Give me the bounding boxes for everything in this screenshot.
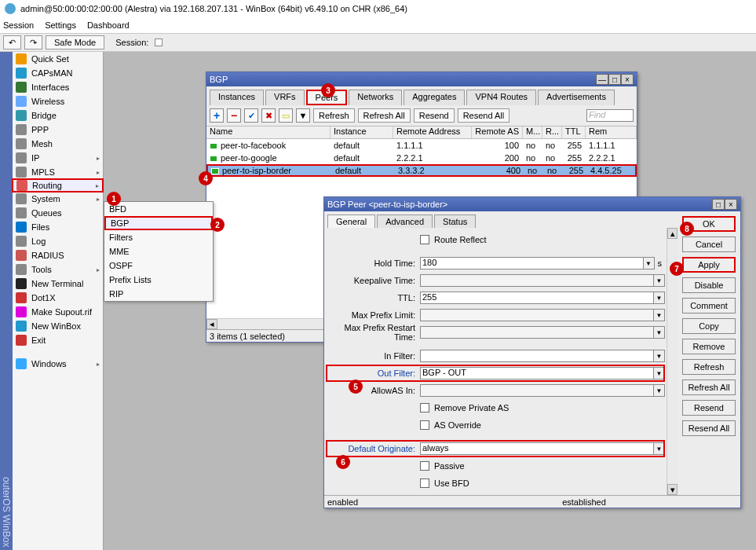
- sidebar-item-radius[interactable]: RADIUS: [13, 248, 103, 262]
- submenu-item-bfd[interactable]: BFD: [104, 202, 213, 216]
- col-remote-addr[interactable]: Remote Address: [393, 126, 472, 138]
- disable-button[interactable]: Disable: [682, 277, 736, 293]
- max-prefix-drop[interactable]: ▼: [654, 309, 665, 321]
- bgp-window-titlebar[interactable]: BGP — □ ×: [206, 72, 637, 86]
- resend-button[interactable]: Resend: [414, 108, 455, 123]
- tab-status[interactable]: Status: [434, 214, 476, 228]
- sidebar-item-dot1x[interactable]: Dot1X: [13, 291, 103, 305]
- redo-button[interactable]: ↷: [24, 35, 42, 50]
- tab-advertisements[interactable]: Advertisements: [538, 90, 615, 105]
- sidebar-item-ip[interactable]: IP▸: [13, 151, 103, 165]
- sidebar-item-ppp[interactable]: PPP: [13, 123, 103, 137]
- allowas-drop[interactable]: ▼: [654, 384, 665, 397]
- submenu-item-prefix lists[interactable]: Prefix Lists: [104, 273, 213, 287]
- tab-vrfs[interactable]: VRFs: [265, 90, 305, 105]
- sidebar-item-quick-set[interactable]: Quick Set: [13, 52, 103, 66]
- sidebar-item-bridge[interactable]: Bridge: [13, 108, 103, 123]
- find-input[interactable]: Find: [586, 109, 634, 122]
- sidebar-item-wireless[interactable]: Wireless: [13, 94, 103, 108]
- in-filter-drop[interactable]: ▼: [654, 350, 665, 362]
- max-prefix-input[interactable]: [420, 309, 654, 321]
- tab-advanced[interactable]: Advanced: [377, 214, 433, 228]
- submenu-item-filters[interactable]: Filters: [104, 230, 213, 244]
- apply-button[interactable]: Apply: [682, 257, 736, 273]
- as-override-checkbox[interactable]: [420, 420, 429, 430]
- sidebar-item-capsman[interactable]: CAPsMAN: [13, 66, 103, 80]
- disable-button[interactable]: ✖: [261, 108, 276, 123]
- close-icon[interactable]: ×: [621, 74, 634, 85]
- resend-all-button[interactable]: Resend All: [682, 420, 736, 436]
- refresh-button[interactable]: Refresh: [313, 108, 355, 123]
- sidebar-item-routing[interactable]: Routing▸: [12, 178, 104, 192]
- sidebar-item-mesh[interactable]: Mesh: [13, 137, 103, 151]
- sidebar-item-files[interactable]: Files: [13, 220, 103, 234]
- remove-button[interactable]: Remove: [682, 339, 736, 354]
- comment-button[interactable]: Comment: [682, 298, 736, 314]
- sidebar-item-windows[interactable]: Windows▸: [13, 357, 103, 371]
- tab-vpn4-routes[interactable]: VPN4 Routes: [466, 90, 536, 105]
- hold-time-drop[interactable]: ▼: [644, 257, 655, 270]
- resend-button[interactable]: Resend: [682, 400, 736, 416]
- menu-dashboard[interactable]: Dashboard: [87, 20, 130, 30]
- route-reflect-checkbox[interactable]: [420, 235, 429, 244]
- peer-window-titlebar[interactable]: BGP Peer <peer-to-isp-border> □ ×: [324, 197, 740, 211]
- sidebar-item-new-winbox[interactable]: New WinBox: [13, 319, 103, 333]
- tab-instances[interactable]: Instances: [210, 90, 264, 105]
- tab-aggregates[interactable]: Aggregates: [404, 90, 465, 105]
- submenu-item-ospf[interactable]: OSPF: [104, 258, 213, 273]
- copy-button[interactable]: Copy: [682, 318, 736, 334]
- max-restart-drop[interactable]: ▼: [654, 326, 665, 339]
- sidebar-item-log[interactable]: Log: [13, 234, 103, 248]
- safe-mode-button[interactable]: Safe Mode: [46, 35, 104, 50]
- refresh-all-button[interactable]: Refresh All: [682, 380, 736, 395]
- undo-button[interactable]: ↶: [3, 35, 21, 50]
- menu-session[interactable]: Session: [3, 20, 34, 30]
- default-orig-drop[interactable]: ▼: [654, 442, 665, 455]
- sidebar-item-exit[interactable]: Exit: [13, 333, 103, 347]
- max-restart-input[interactable]: [420, 326, 654, 339]
- col-m[interactable]: M...: [523, 126, 542, 138]
- hold-time-input[interactable]: 180: [420, 257, 644, 270]
- out-filter-input[interactable]: BGP - OUT: [420, 367, 654, 380]
- col-rem[interactable]: Rem: [586, 126, 637, 138]
- sidebar-item-new-terminal[interactable]: New Terminal: [13, 277, 103, 291]
- refresh-button[interactable]: Refresh: [682, 359, 736, 375]
- maximize-icon[interactable]: □: [608, 74, 621, 85]
- col-ttl[interactable]: TTL: [562, 126, 586, 138]
- bgp-peer-window[interactable]: BGP Peer <peer-to-isp-border> □ × Genera…: [323, 196, 741, 508]
- submenu-item-bgp[interactable]: BGP: [104, 216, 213, 230]
- table-row[interactable]: peer-to-googledefault2.2.2.1200nono2552.…: [206, 152, 637, 164]
- cancel-button[interactable]: Cancel: [682, 236, 736, 252]
- use-bfd-checkbox[interactable]: [420, 478, 429, 488]
- col-instance[interactable]: Instance: [331, 126, 393, 138]
- tab-general[interactable]: General: [327, 214, 375, 228]
- resend-all-button[interactable]: Resend All: [458, 108, 510, 123]
- default-orig-input[interactable]: always: [420, 442, 654, 455]
- remove-private-checkbox[interactable]: [420, 403, 429, 412]
- maximize-icon[interactable]: □: [712, 199, 725, 210]
- sidebar-item-system[interactable]: System▸: [13, 192, 103, 206]
- table-row[interactable]: peer-to-isp-borderdefault3.3.3.2400nono2…: [206, 164, 637, 177]
- col-name[interactable]: Name: [206, 126, 331, 138]
- passive-checkbox[interactable]: [420, 461, 429, 471]
- submenu-item-mme[interactable]: MME: [104, 244, 213, 258]
- minimize-icon[interactable]: —: [596, 74, 608, 85]
- sidebar-item-mpls[interactable]: MPLS▸: [13, 165, 103, 179]
- submenu-item-rip[interactable]: RIP: [104, 287, 213, 301]
- sidebar-item-make-supout.rif[interactable]: Make Supout.rif: [13, 305, 103, 319]
- remove-button[interactable]: −: [227, 108, 241, 123]
- menu-settings[interactable]: Settings: [45, 20, 76, 30]
- tab-networks[interactable]: Networks: [349, 90, 402, 105]
- keepalive-input[interactable]: [420, 274, 654, 287]
- add-button[interactable]: +: [210, 108, 224, 123]
- out-filter-drop[interactable]: ▼: [654, 367, 665, 380]
- col-remote-as[interactable]: Remote AS: [472, 126, 523, 138]
- sidebar-item-tools[interactable]: Tools▸: [13, 262, 103, 277]
- enable-button[interactable]: ✔: [244, 108, 258, 123]
- in-filter-input[interactable]: [420, 350, 654, 362]
- filter-button[interactable]: ▼: [296, 108, 310, 123]
- sidebar-item-interfaces[interactable]: Interfaces: [13, 80, 103, 94]
- close-icon[interactable]: ×: [725, 199, 737, 210]
- sidebar-item-queues[interactable]: Queues: [13, 206, 103, 220]
- keepalive-drop[interactable]: ▼: [654, 274, 665, 287]
